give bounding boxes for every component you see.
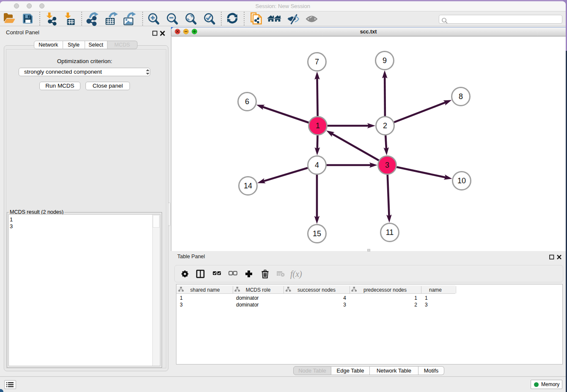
svg-text:1: 1 — [316, 121, 320, 130]
svg-text:4: 4 — [315, 161, 319, 169]
svg-text:10: 10 — [457, 177, 466, 185]
svg-text:f(x): f(x) — [290, 269, 302, 279]
svg-text:3: 3 — [385, 161, 389, 169]
svg-text:8: 8 — [459, 92, 463, 101]
svg-text:14: 14 — [244, 182, 252, 190]
svg-text:7: 7 — [315, 58, 319, 66]
svg-text:11: 11 — [386, 228, 394, 237]
svg-text:6: 6 — [245, 97, 249, 106]
svg-text:2: 2 — [383, 121, 387, 130]
svg-text:15: 15 — [313, 229, 321, 238]
svg-text:9: 9 — [383, 56, 387, 65]
